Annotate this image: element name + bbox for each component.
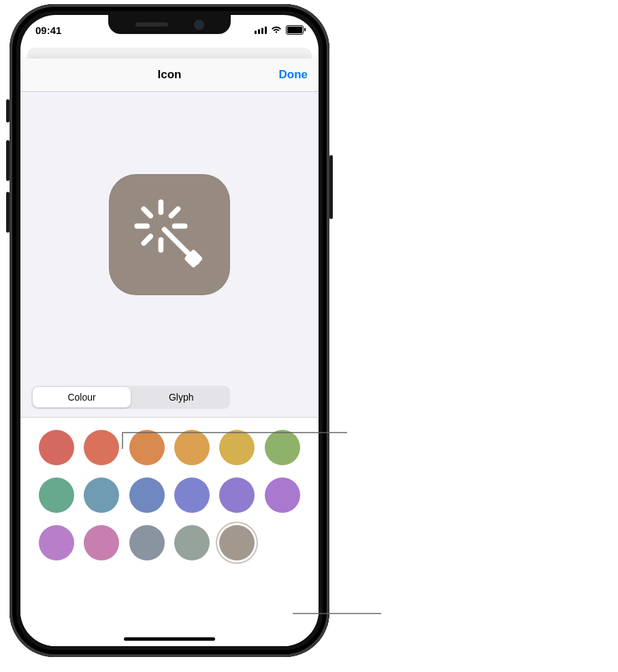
sheet-header: Icon Done <box>20 58 319 92</box>
volume-down-button <box>6 192 10 233</box>
wifi-icon <box>271 26 282 34</box>
icon-picker-sheet: Icon Done <box>20 58 319 646</box>
status-time: 09:41 <box>35 24 61 36</box>
colour-swatch-grid <box>20 418 319 646</box>
colour-swatch[interactable] <box>129 525 165 560</box>
colour-swatch[interactable] <box>174 477 210 513</box>
colour-swatch[interactable] <box>174 525 210 560</box>
segmented-control-wrap: Colour Glyph <box>20 377 319 418</box>
colour-swatch[interactable] <box>39 430 74 465</box>
colour-swatch[interactable] <box>219 477 255 513</box>
segment-colour[interactable]: Colour <box>33 387 131 407</box>
battery-icon <box>286 25 304 35</box>
colour-swatch[interactable] <box>129 430 165 465</box>
icon-preview-area <box>20 92 319 377</box>
colour-swatch[interactable] <box>39 477 74 513</box>
icon-preview-tile <box>109 174 230 295</box>
cellular-icon <box>255 27 267 34</box>
colour-swatch[interactable] <box>129 477 165 513</box>
svg-line-5 <box>144 209 150 216</box>
sheet-title: Icon <box>158 68 182 82</box>
colour-swatch[interactable] <box>84 477 119 513</box>
wand-sparkle-icon <box>127 192 212 278</box>
svg-line-7 <box>144 237 150 243</box>
segment-glyph[interactable]: Glyph <box>132 387 230 407</box>
colour-swatch[interactable] <box>265 430 300 465</box>
colour-swatch[interactable] <box>84 430 119 465</box>
mute-switch <box>6 99 10 122</box>
svg-line-6 <box>172 209 178 216</box>
segmented-control[interactable]: Colour Glyph <box>31 386 230 409</box>
colour-swatch[interactable] <box>219 430 255 465</box>
done-button[interactable]: Done <box>279 58 308 91</box>
colour-swatch[interactable] <box>84 525 119 560</box>
colour-swatch[interactable] <box>219 525 255 560</box>
colour-swatch[interactable] <box>39 525 74 560</box>
colour-swatch[interactable] <box>174 430 210 465</box>
home-indicator[interactable] <box>124 637 215 641</box>
side-button <box>329 155 333 219</box>
screen: 09:41 Icon Done <box>20 15 319 646</box>
device-frame: 09:41 Icon Done <box>10 4 329 657</box>
volume-up-button <box>6 140 10 181</box>
status-bar: 09:41 <box>20 15 319 45</box>
colour-swatch[interactable] <box>265 477 300 513</box>
